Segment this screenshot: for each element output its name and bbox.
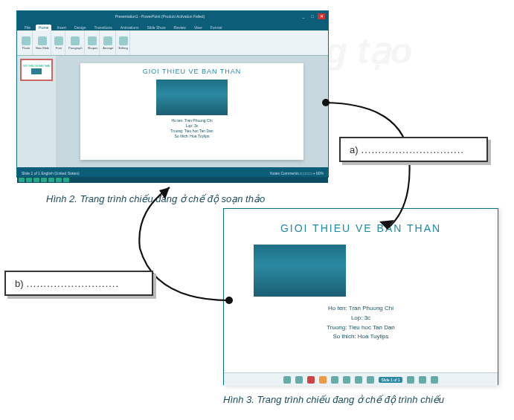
pen-tool-icon[interactable] [307,376,315,384]
ribbon: Paste New Slide Font Paragraph Shapes Ar… [17,30,328,56]
next-slide-icon[interactable] [295,376,303,384]
slideshow-image-tulips [254,245,346,297]
end-show-icon[interactable] [431,376,438,384]
arrange-label: Arrange [103,46,113,50]
thumb-image [31,68,42,74]
tab-review[interactable]: Review [171,25,189,30]
ribbon-group-slides: New Slide [34,30,51,55]
taskbar-app-icon[interactable] [56,178,62,182]
font-icon[interactable] [54,36,63,45]
eraser-tool-icon[interactable] [331,376,338,384]
tab-slideshow[interactable]: Slide Show [144,25,169,30]
paragraph-icon[interactable] [71,36,80,45]
taskbar-app-icon[interactable] [63,178,69,182]
slide-title: GIOI THIEU VE BAN THAN [143,68,242,75]
paste-label: Paste [22,46,30,50]
new-slide-icon[interactable] [38,36,47,45]
tab-animations[interactable]: Animations [118,25,142,30]
arrange-icon[interactable] [103,36,112,45]
window-maximize-button[interactable]: □ [309,13,316,19]
prev-slide-icon[interactable] [283,376,291,384]
powerpoint-slideshow-window: GIOI THIEU VE BAN THAN Ho ten: Tran Phuo… [223,208,498,385]
powerpoint-edit-window: Presentation1 - PowerPoint (Product Acti… [16,10,329,178]
status-right: Notes Comments □ □ □ □ + 60% [270,171,324,175]
answer-a-label: a) [350,144,359,155]
paragraph-label: Paragraph [68,46,83,50]
slide-canvas: GIOI THIEU VE BAN THAN Ho ten: Tran Phuo… [56,56,328,167]
figure3-caption: Hình 3. Trang trình chiếu đang ở chế độ … [223,394,444,405]
taskbar-app-icon[interactable] [26,178,32,182]
subtitles-icon[interactable] [407,376,414,384]
slide-hobby-line: So thich: Hoa Tuylips [170,134,213,139]
see-all-slides-icon[interactable] [355,376,362,384]
laser-pointer-icon[interactable] [343,376,350,384]
presenter-toolbar: Slide 1 of 1 [224,372,498,386]
ribbon-group-paragraph: Paragraph [67,30,85,55]
window-minimize-button[interactable]: _ [300,13,307,19]
shapes-label: Shapes [88,46,98,50]
tab-transitions[interactable]: Transitions [91,25,115,30]
answer-b-blank: ........................... [27,278,120,289]
tab-view[interactable]: View [191,25,205,30]
tab-design[interactable]: Design [71,25,89,30]
start-button-icon[interactable] [19,178,25,182]
tab-insert[interactable]: Insert [54,25,69,30]
ribbon-group-font: Font [53,30,65,55]
tab-file[interactable]: File [22,25,33,30]
answer-a-blank: .............................. [362,144,464,155]
slide-image-tulips [156,80,228,115]
slideshow-hobby-line: So thich: Hoa Tuylips [327,332,395,342]
slideshow-class-line: Lop: 3c [327,314,395,323]
figure2-caption: Hình 2. Trang trình chiếu đang ở chế độ … [46,193,265,204]
editor-body: GIOI THIEU VE BAN THAN GIOI THIEU VE BAN… [17,56,328,167]
taskbar-app-icon[interactable] [48,178,54,182]
slide-in-edit-mode[interactable]: GIOI THIEU VE BAN THAN Ho ten: Tran Phuo… [80,63,303,160]
slide-counter-tag: Slide 1 of 1 [379,377,402,383]
slide-thumbnails-panel: GIOI THIEU VE BAN THAN [17,56,56,167]
window-titlebar: Presentation1 - PowerPoint (Product Acti… [17,11,328,22]
ribbon-group-drawing: Shapes [86,30,100,55]
thumb-title: GIOI THIEU VE BAN THAN [23,65,51,68]
shapes-icon[interactable] [88,36,97,45]
slide-name-line: Ho ten: Tran Phuong Chi [170,118,213,123]
taskbar-app-icon[interactable] [41,178,47,182]
windows-taskbar [17,177,328,183]
slideshow-title: GIOI THIEU VE BAN THAN [280,222,441,234]
new-slide-label: New Slide [36,46,49,50]
slide-class-line: Lop: 3c [170,123,213,129]
zoom-icon[interactable] [367,376,374,384]
titlebar-title: Presentation1 - PowerPoint (Product Acti… [20,14,300,19]
window-close-button[interactable]: ✕ [318,13,325,19]
editing-label: Editing [119,46,128,50]
ribbon-group-arrange: Arrange [101,30,115,55]
editing-icon[interactable] [119,36,128,45]
highlighter-tool-icon[interactable] [319,376,327,384]
answer-box-a[interactable]: a) .............................. [339,137,488,162]
ribbon-group-editing: Editing [118,30,130,55]
tab-format[interactable]: Format [208,25,225,30]
slide-info-block: Ho ten: Tran Phuong Chi Lop: 3c Truong: … [170,118,213,139]
ribbon-group-clipboard: Paste [20,30,33,55]
ribbon-tabs: File Home Insert Design Transitions Anim… [17,22,328,30]
font-label: Font [56,46,62,50]
answer-box-b[interactable]: b) ........................... [4,271,153,296]
slideshow-name-line: Ho ten: Tran Phuong Chi [327,304,395,314]
menu-icon[interactable] [419,376,426,384]
slide-school-line: Truong: Tieu hoc Tan Dan [170,129,213,134]
slideshow-school-line: Truong: Tieu hoc Tan Dan [327,323,395,333]
paste-icon[interactable] [22,36,30,45]
slideshow-info-block: Ho ten: Tran Phuong Chi Lop: 3c Truong: … [327,304,395,342]
answer-b-label: b) [15,278,24,289]
taskbar-app-icon[interactable] [33,178,39,182]
slideshow-slide: GIOI THIEU VE BAN THAN Ho ten: Tran Phuo… [224,209,498,372]
tab-home[interactable]: Home [36,25,51,30]
status-left: Slide 1 of 1 English (United States) [22,171,80,175]
slide-thumbnail-1[interactable]: GIOI THIEU VE BAN THAN [20,59,53,81]
